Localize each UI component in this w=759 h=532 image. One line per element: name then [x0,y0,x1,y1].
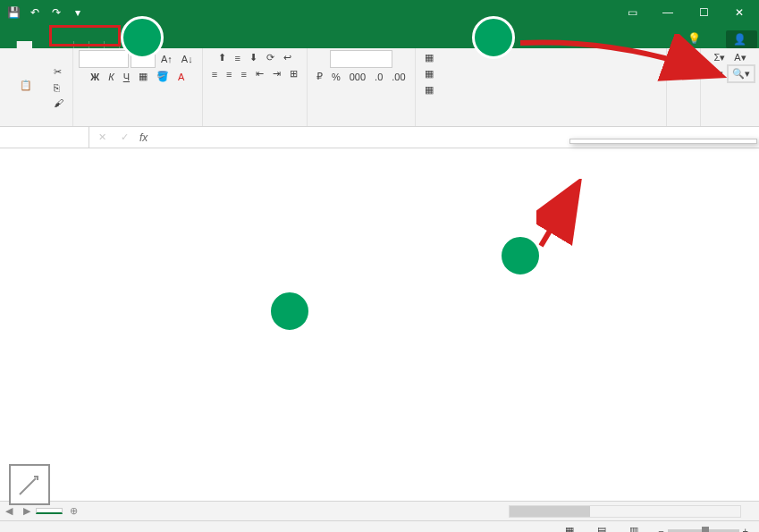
undo-icon[interactable]: ↶ [25,3,45,22]
group-label-font [79,123,197,124]
find-select-icon[interactable]: 🔍▾ [729,66,754,81]
tab-file[interactable] [2,41,17,48]
group-label-alignment [208,123,301,124]
decrease-font-icon[interactable]: A↓ [178,52,197,66]
percent-icon[interactable]: % [328,70,344,84]
align-middle-icon[interactable]: ≡ [232,51,244,65]
align-left-icon[interactable]: ≡ [208,67,221,81]
cancel-formula-icon[interactable]: ✕ [95,130,110,145]
currency-icon[interactable]: ₽ [313,69,326,84]
merge-icon[interactable]: ⊞ [286,66,301,81]
enter-formula-icon[interactable]: ✓ [117,130,132,145]
font-color-icon[interactable]: A [174,70,188,84]
sheet-tab-bar: ◀ ▶ ⊕ [0,501,759,520]
redo-icon[interactable]: ↷ [46,3,66,22]
format-table-button[interactable]: ▦ [421,66,440,81]
find-select-menu [569,139,757,144]
group-clipboard: 📋 ✂ ⎘ 🖌 [0,48,73,126]
border-icon[interactable]: ▦ [135,69,151,84]
cell-styles-button[interactable]: ▦ [421,82,440,97]
group-editing: Σ▾ A▾ ⬇▾ 🔍▾ [701,48,759,126]
tab-home[interactable] [17,41,32,48]
orientation-icon[interactable]: ⟳ [263,50,278,65]
copy-icon[interactable]: ⎘ [50,80,67,95]
title-bar: 💾 ↶ ↷ ▾ ▭ — ☐ ✕ [0,0,759,25]
delete-cells-button[interactable]: ➖ [672,66,695,81]
conditional-format-button[interactable]: ▦ [421,50,464,65]
save-icon[interactable]: 💾 [4,3,23,22]
group-styles: ▦ ▦ ▦ [416,48,667,126]
font-family-select[interactable] [79,50,129,68]
view-layout-icon[interactable]: ▤ [594,523,610,532]
tab-formulas[interactable] [74,41,89,48]
group-alignment: ⬆ ≡ ⬇ ⟳ ↩ ≡ ≡ ≡ ⇤ ⇥ ⊞ [203,48,308,126]
minimize-icon[interactable]: — [652,3,684,22]
dec-decimal-icon[interactable]: .00 [388,70,409,84]
group-number: ₽ % 000 .0 .00 [308,48,416,126]
watermark-icon [9,464,50,505]
fill-color-icon[interactable]: 🪣 [153,69,173,84]
status-bar: ▦ ▤ ▥ −+ [0,520,759,532]
tell-me[interactable]: 💡 [680,29,712,48]
insert-cells-button[interactable]: ➕ [672,50,695,65]
fx-icon[interactable]: fx [139,131,148,144]
wrap-text-icon[interactable]: ↩ [280,50,295,65]
view-normal-icon[interactable]: ▦ [561,523,578,532]
sheet-nav-next-icon[interactable]: ▶ [18,505,36,517]
autosum-icon[interactable]: Σ▾ [710,50,729,65]
font-size-select[interactable] [131,50,156,68]
name-box[interactable] [0,127,89,148]
align-bottom-icon[interactable]: ⬇ [246,50,261,65]
add-sheet-icon[interactable]: ⊕ [63,505,85,517]
horizontal-scrollbar[interactable] [509,505,741,518]
ribbon-tabs: 💡 👤 [0,25,759,48]
qat-customize-icon[interactable]: ▾ [68,3,88,22]
align-center-icon[interactable]: ≡ [223,67,235,81]
italic-icon[interactable]: К [105,70,117,84]
share-button[interactable]: 👤 [726,30,757,48]
inc-decimal-icon[interactable]: .0 [371,70,386,84]
tab-data[interactable] [89,41,105,48]
cut-icon[interactable]: ✂ [50,64,67,80]
group-font: A↑ A↓ Ж К Ч ▦ 🪣 A [73,48,203,126]
sort-filter-icon[interactable]: A▾ [730,50,749,65]
indent-dec-icon[interactable]: ⇤ [252,66,267,81]
sheet-nav-prev-icon[interactable]: ◀ [0,505,18,517]
watermark [9,464,55,505]
zoom-control[interactable]: −+ [658,526,752,533]
underline-icon[interactable]: Ч [120,70,133,84]
sign-in[interactable] [712,41,726,48]
group-label-styles [421,123,661,124]
tab-layout[interactable] [59,41,74,48]
increase-font-icon[interactable]: A↑ [157,52,176,66]
formula-bar: ✕ ✓ fx [0,127,759,148]
ribbon: 📋 ✂ ⎘ 🖌 A↑ A↓ Ж К Ч ▦ 🪣 [0,48,759,127]
align-top-icon[interactable]: ⬆ [215,50,230,65]
group-label-clipboard [5,123,67,124]
view-pagebreak-icon[interactable]: ▥ [626,523,642,532]
sheet-tab-active[interactable] [36,508,63,514]
tab-review[interactable] [105,41,120,48]
group-label-number [313,123,409,124]
tab-abbyy[interactable] [135,41,150,48]
paste-button[interactable]: 📋 [5,80,48,94]
fill-icon[interactable]: ⬇▾ [706,66,727,81]
format-painter-icon[interactable]: 🖌 [50,96,67,110]
align-right-icon[interactable]: ≡ [238,67,250,81]
close-icon[interactable]: ✕ [723,3,755,22]
group-cells: ➕ ➖ [667,48,701,126]
spreadsheet-grid[interactable] [0,148,759,501]
maximize-icon[interactable]: ☐ [687,3,720,22]
quick-access-toolbar: 💾 ↶ ↷ ▾ [4,3,88,22]
comma-icon[interactable]: 000 [346,70,369,84]
ribbon-options-icon[interactable]: ▭ [616,3,648,22]
paste-icon: 📋 [20,80,34,94]
bold-icon[interactable]: Ж [87,70,103,84]
number-format-select[interactable] [330,50,392,68]
indent-inc-icon[interactable]: ⇥ [269,66,284,81]
tab-view[interactable] [120,41,135,48]
